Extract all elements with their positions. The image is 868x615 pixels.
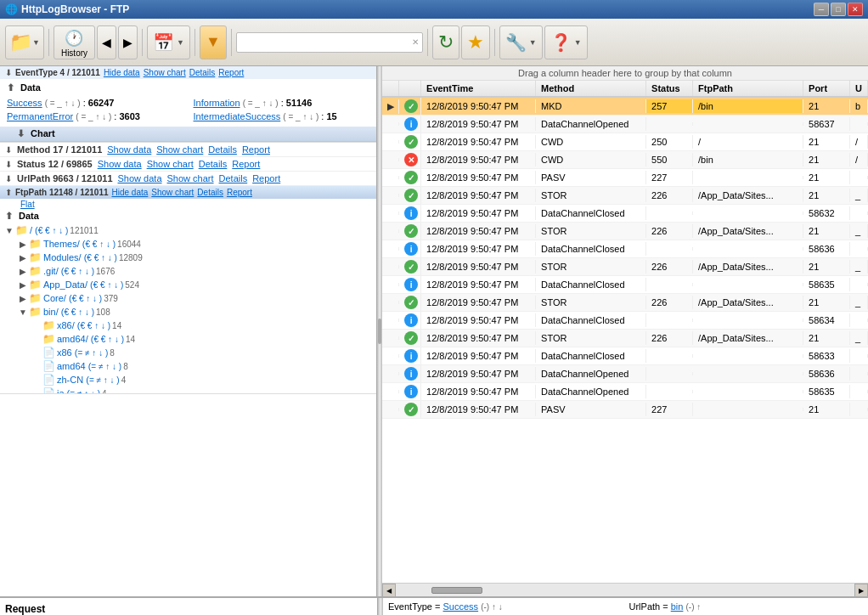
col-last[interactable]: U — [850, 81, 868, 96]
col-status-icon[interactable] — [399, 81, 421, 96]
table-row[interactable]: i12/8/2019 9:50:47 PMDataChannelClosed58… — [382, 312, 868, 330]
tree-label[interactable]: x86 ( — [57, 347, 77, 358]
table-row[interactable]: ✓12/8/2019 9:50:47 PMCWD250/21/ — [382, 133, 868, 151]
table-row[interactable]: i12/8/2019 9:50:47 PMDataChannelOpened58… — [382, 365, 868, 383]
tree-ops[interactable]: € € ↑ ↓ ) — [64, 267, 94, 276]
table-row[interactable]: i12/8/2019 9:50:47 PMDataChannelClosed58… — [382, 276, 868, 294]
tree-ops[interactable]: € € ↑ ↓ ) — [87, 253, 117, 262]
tree-item[interactable]: 📄x86 ( = ≠ ↑ ↓ ) 8 — [0, 346, 376, 359]
detail-urlpath-value[interactable]: bin — [671, 601, 684, 612]
table-row[interactable]: ✓12/8/2019 9:50:47 PMSTOR226/App_Data/Si… — [382, 258, 868, 276]
refresh-button[interactable]: ↻ — [432, 25, 459, 59]
ftppath-details-link[interactable]: Details — [197, 188, 223, 197]
tree-item[interactable]: ▼📁/ ( € € ↑ ↓ ) 121011 — [0, 223, 376, 237]
tree-label[interactable]: zh-CN ( — [57, 375, 89, 385]
ftppath-showchart-link[interactable]: Show chart — [151, 188, 194, 197]
detail-eventtype-links[interactable]: (-) ↑ ↓ — [481, 602, 503, 612]
tree-toggle-icon[interactable]: ▼ — [3, 226, 15, 235]
open-folder-button[interactable]: 📁 ▼ — [5, 25, 44, 59]
filter-button[interactable]: ▼ — [200, 25, 227, 59]
tree-ops[interactable]: = ≠ ↑ ↓ ) — [70, 389, 100, 394]
eventtype-report-link[interactable]: Report — [218, 68, 244, 77]
success-link[interactable]: Success — [7, 98, 42, 108]
eventtype-expand-icon[interactable]: ⬇ — [5, 68, 12, 77]
close-button[interactable]: ✕ — [848, 3, 863, 16]
tree-item[interactable]: ▶📁.git/ ( € € ↑ ↓ ) 1676 — [0, 264, 376, 278]
hscroll-left-arrow[interactable]: ◀ — [382, 584, 396, 596]
favorites-button[interactable]: ★ — [461, 25, 490, 59]
information-link[interactable]: Information — [194, 98, 240, 108]
tree-item[interactable]: 📄ja ( = ≠ ↑ ↓ ) 4 — [0, 386, 376, 393]
history-button[interactable]: 🕐 History — [54, 25, 95, 59]
calendar-button[interactable]: 📅 ▼ — [147, 25, 190, 59]
tree-label[interactable]: / ( — [30, 225, 38, 235]
hscroll-right-arrow[interactable]: ▶ — [854, 584, 868, 596]
table-row[interactable]: i12/8/2019 9:50:47 PMDataChannelClosed58… — [382, 205, 868, 223]
tree-ops[interactable]: € € ↑ ↓ ) — [93, 280, 124, 290]
table-row[interactable]: ▶✓12/8/2019 9:50:47 PMMKD257/bin21b — [382, 98, 868, 116]
tree-ops[interactable]: € € ↑ ↓ ) — [38, 226, 69, 235]
ftppath-expand-icon[interactable]: ⬆ — [5, 188, 12, 197]
tree-toggle-icon[interactable]: ▼ — [17, 308, 29, 317]
clear-search-icon[interactable]: ✕ — [412, 37, 419, 47]
tree-toggle-icon[interactable]: ▶ — [17, 253, 29, 262]
chart-expand-icon[interactable]: ⬇ — [17, 128, 25, 138]
tree-item[interactable]: ▶📁App_Data/ ( € € ↑ ↓ ) 524 — [0, 278, 376, 291]
method-showdata-link[interactable]: Show data — [107, 144, 151, 155]
status-expand-icon[interactable]: ⬇ — [5, 160, 12, 169]
table-row[interactable]: i12/8/2019 9:50:47 PMDataChannelOpened58… — [382, 116, 868, 133]
tree-label[interactable]: .git/ ( — [43, 266, 64, 276]
data-expand-icon[interactable]: ⬆ — [7, 82, 14, 93]
tree-item[interactable]: 📄amd64 ( = ≠ ↑ ↓ ) 8 — [0, 359, 376, 373]
method-showchart-link[interactable]: Show chart — [156, 144, 203, 155]
tree-label[interactable]: amd64 ( — [57, 361, 91, 371]
tree-item[interactable]: ▶📁Core/ ( € € ↑ ↓ ) 379 — [0, 291, 376, 305]
tree-label[interactable]: App_Data/ ( — [43, 279, 93, 290]
tree-item[interactable]: 📁x86/ ( € € ↑ ↓ ) 14 — [0, 319, 376, 332]
tree-item[interactable]: ▶📁Themes/ ( € € ↑ ↓ ) 16044 — [0, 237, 376, 251]
eventtype-chart-link[interactable]: Show chart — [144, 68, 186, 77]
table-row[interactable]: ✓12/8/2019 9:50:47 PMSTOR226/App_Data/Si… — [382, 330, 868, 347]
tree-toggle-icon[interactable]: ▶ — [17, 280, 29, 290]
tree-label[interactable]: bin/ ( — [43, 307, 64, 317]
tree-ops[interactable]: = ≠ ↑ ↓ ) — [77, 348, 108, 358]
help-button[interactable]: ❓ ▼ — [544, 25, 588, 59]
permanenterror-link[interactable]: PermanentError — [7, 111, 73, 121]
tree-ops[interactable]: = ≠ ↑ ↓ ) — [91, 362, 121, 371]
tree-ops[interactable]: € € ↑ ↓ ) — [86, 240, 116, 249]
tree-label[interactable]: Themes/ ( — [43, 239, 86, 249]
table-row[interactable]: i12/8/2019 9:50:47 PMDataChannelOpened58… — [382, 383, 868, 401]
col-eventtime[interactable]: EventTime — [421, 81, 536, 96]
hscroll-thumb[interactable] — [431, 587, 482, 594]
ftppath-flat-link[interactable]: Flat — [0, 199, 376, 209]
method-details-link[interactable]: Details — [208, 144, 237, 155]
tree-toggle-icon[interactable]: ▶ — [17, 267, 29, 276]
status-showchart-link[interactable]: Show chart — [147, 159, 194, 169]
table-row[interactable]: ✓12/8/2019 9:50:47 PMPASV22721 — [382, 401, 868, 419]
ftppath-report-link[interactable]: Report — [227, 188, 252, 197]
table-row[interactable]: ✓12/8/2019 9:50:47 PMSTOR226/App_Data/Si… — [382, 187, 868, 205]
table-row[interactable]: ✕12/8/2019 9:50:47 PMCWD550/bin21/ — [382, 151, 868, 169]
tree-label[interactable]: Core/ ( — [43, 293, 72, 303]
table-row[interactable]: ✓12/8/2019 9:50:47 PMSTOR226/App_Data/Si… — [382, 294, 868, 312]
tree-item[interactable]: 📁amd64/ ( € € ↑ ↓ ) 14 — [0, 332, 376, 346]
tree-ops[interactable]: € € ↑ ↓ ) — [64, 308, 94, 317]
status-showdata-link[interactable]: Show data — [98, 159, 142, 169]
tree-label[interactable]: x86/ ( — [57, 320, 81, 330]
tree-item[interactable]: ▼📁bin/ ( € € ↑ ↓ ) 108 — [0, 305, 376, 319]
tree-ops[interactable]: € € ↑ ↓ ) — [81, 321, 111, 330]
col-statuscode[interactable]: Status — [646, 81, 693, 96]
method-expand-icon[interactable]: ⬇ — [5, 145, 12, 155]
tree-ops[interactable]: € € ↑ ↓ ) — [93, 335, 124, 344]
detail-eventtype-value[interactable]: Success — [443, 601, 479, 612]
urlpath-report-link[interactable]: Report — [252, 173, 280, 183]
tree-toggle-icon[interactable]: ▶ — [17, 294, 29, 303]
table-row[interactable]: ✓12/8/2019 9:50:47 PMPASV22721 — [382, 169, 868, 187]
col-method[interactable]: Method — [536, 81, 646, 96]
detail-urlpath-links[interactable]: (-) ↑ — [685, 602, 701, 612]
eventtype-hide-link[interactable]: Hide data — [104, 68, 140, 77]
urlpath-showdata-link[interactable]: Show data — [118, 173, 162, 183]
ftppath-hide-link[interactable]: Hide data — [112, 188, 149, 197]
urlpath-showchart-link[interactable]: Show chart — [167, 173, 214, 183]
eventtype-details-link[interactable]: Details — [189, 68, 216, 77]
